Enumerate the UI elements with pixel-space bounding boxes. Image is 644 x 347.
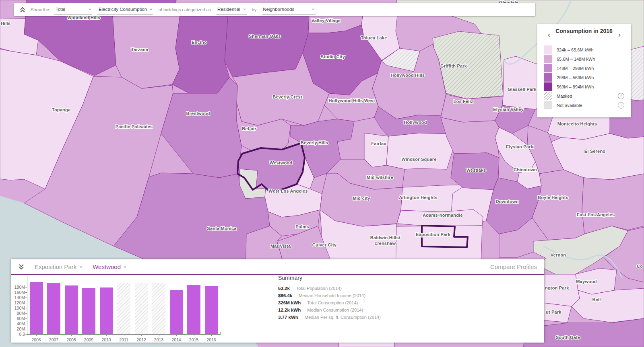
- map-label-west-los-angeles: West Los Angeles: [268, 189, 308, 193]
- aggregation-dropdown[interactable]: Total ˅: [54, 4, 92, 15]
- chart-axis-top-cap: [27, 277, 29, 277]
- grouping-value: Neighborhoods: [263, 7, 294, 12]
- grouping-dropdown[interactable]: Neighborhoods ˅: [262, 4, 316, 15]
- map-label-griffith-park: Griffith Park: [440, 64, 467, 68]
- legend-prev-year-button[interactable]: ‹: [545, 31, 553, 39]
- chart-xtick-label: 2014: [167, 337, 185, 342]
- legend-title: Consumption in 2016: [554, 28, 614, 35]
- close-tab-icon[interactable]: ×: [124, 264, 126, 270]
- map-label-bel-air: Bel-air: [242, 126, 256, 131]
- map-label-chinatown: Chinatown: [514, 167, 537, 172]
- region-east-los-angeles[interactable]: [582, 174, 644, 234]
- summary-label: Median Consumption (2014): [307, 308, 363, 312]
- chart-xtick-label: 2012: [132, 337, 150, 342]
- map-label-mid-city: Mid-city: [353, 196, 370, 201]
- map-label-exposition-park: Exposition Park: [416, 232, 451, 237]
- summary-row-0: 53.2kTotal Population (2014): [278, 286, 381, 291]
- bar-2013-masked[interactable]: [152, 283, 165, 334]
- collapse-toolbar-icon[interactable]: [20, 6, 25, 13]
- bar-2010[interactable]: [100, 287, 113, 334]
- summary-label: Median Per sq. ft. Consumption (2014): [305, 315, 381, 320]
- map-label-elysian-park: Elysian Park: [506, 144, 534, 149]
- map-label-adams-normandie: Adams-normandie: [423, 213, 463, 218]
- chart-xtick-label: 2007: [45, 337, 63, 342]
- aggregation-value: Total: [56, 7, 65, 12]
- legend-swatch-b3: [544, 64, 552, 72]
- map-label-brentwood: Brentwood: [186, 111, 210, 116]
- info-icon[interactable]: i: [618, 102, 624, 109]
- summary-row-4: 3.77 kWhMedian Per sq. ft. Consumption (…: [278, 315, 381, 320]
- map-label-crenshaw: crenshaw: [375, 241, 396, 246]
- map-label-westwood: Westwood: [270, 160, 292, 165]
- map-label-south-gate: South Gate: [556, 335, 580, 340]
- map-label-baldwin-hills-: Baldwin Hills/: [370, 235, 400, 240]
- legend-row-5: Maskedi: [544, 91, 631, 101]
- bar-2008[interactable]: [65, 285, 78, 334]
- map-label-montecito-heights: Montecito Heights: [557, 121, 597, 126]
- map-label-hollywood-hills: Hollywood Hills: [391, 73, 425, 78]
- legend-label: 569M – 894M kWh: [557, 84, 594, 89]
- legend-row-2: 148M – 298M kWh: [544, 64, 631, 73]
- chevron-down-icon: ˅: [150, 8, 153, 11]
- legend-items: 324k – 65.6M kWh65.6M – 148M kWh148M – 2…: [537, 45, 631, 110]
- legend-swatch-b1: [544, 45, 552, 54]
- profile-panel: Exposition Park×Westwood× Compare Profil…: [11, 259, 544, 343]
- map-label-co: Co: [637, 264, 643, 269]
- map-label-vernon: Vernon: [551, 253, 566, 257]
- info-icon[interactable]: i: [618, 93, 624, 99]
- bar-2011-masked[interactable]: [117, 283, 130, 334]
- map-label-bell: Bell: [592, 297, 601, 302]
- legend-next-year-button[interactable]: ›: [616, 31, 623, 39]
- chart-ytick: [25, 324, 27, 324]
- chart-ytick-label: 100M: [11, 306, 25, 310]
- close-tab-icon[interactable]: ×: [79, 264, 82, 270]
- summary-title: Summary: [278, 275, 381, 281]
- bar-2007[interactable]: [47, 283, 60, 334]
- map-label-mid-wilshire: Mid-wilshire: [367, 175, 393, 180]
- chart-xtick-label: 2006: [27, 337, 45, 342]
- legend-row-4: 569M – 894M kWh: [544, 82, 631, 91]
- bar-2016[interactable]: [205, 286, 218, 334]
- tab-westwood[interactable]: Westwood×: [93, 263, 126, 270]
- categorized-as-label: of buildings categorized as: [159, 7, 211, 12]
- summary-rows: 53.2kTotal Population (2014)$96.4kMedian…: [278, 286, 381, 320]
- map-label-los-feliz: Los Feliz: [454, 99, 473, 104]
- bar-2014[interactable]: [170, 290, 183, 334]
- chart-xtick-label: 2016: [202, 337, 220, 342]
- bar-2012-masked[interactable]: [135, 283, 148, 334]
- region-adams-normandie[interactable]: [397, 209, 483, 226]
- metric-dropdown[interactable]: Electricity Consumption ˅: [97, 4, 153, 15]
- collapse-panel-icon[interactable]: [19, 264, 24, 270]
- chart-ytick-label: 60M: [11, 316, 25, 321]
- chart-ytick-label: 160M: [11, 290, 25, 295]
- category-dropdown[interactable]: Residential ˅: [216, 4, 247, 15]
- legend-label: 324k – 65.6M kWh: [557, 47, 594, 52]
- map-label-downtown: Downtown: [495, 199, 518, 204]
- legend-swatch-b4: [544, 73, 552, 82]
- bar-2009[interactable]: [82, 288, 95, 334]
- legend-swatch-masked: [544, 92, 552, 100]
- map-label-palms: Palms: [295, 224, 309, 229]
- tab-exposition-park[interactable]: Exposition Park×: [35, 263, 82, 270]
- map-label-encino: Encino: [192, 40, 207, 45]
- chart-ytick: [25, 287, 27, 287]
- bar-2006[interactable]: [30, 282, 43, 334]
- chart-axis-right-cap: [220, 332, 221, 334]
- chevron-down-icon: ˅: [89, 8, 91, 11]
- region-encino[interactable]: [172, 13, 229, 93]
- region-windsor-square[interactable]: [386, 133, 454, 169]
- chevron-down-icon: ˅: [312, 8, 315, 11]
- map-label-arlington-heights: Arlington Heights: [399, 195, 438, 200]
- legend-label: 298M – 569M kWh: [557, 75, 594, 80]
- legend-panel: ‹ Consumption in 2016 › 324k – 65.6M kWh…: [537, 24, 631, 117]
- summary-label: Total Consumption (2014): [307, 300, 358, 305]
- legend-swatch-b2: [544, 55, 552, 63]
- map-label-ngton-park: ngton Park: [545, 285, 569, 290]
- region-bell[interactable]: [572, 288, 644, 322]
- compare-profiles-button[interactable]: Compare Profiles: [490, 263, 537, 270]
- bar-2015[interactable]: [187, 285, 200, 334]
- chart-ytick: [25, 329, 27, 329]
- region-fairfax[interactable]: [364, 133, 388, 167]
- map-label-tarzana: Tarzana: [131, 47, 149, 52]
- summary-value: 3.77 kWh: [278, 315, 298, 320]
